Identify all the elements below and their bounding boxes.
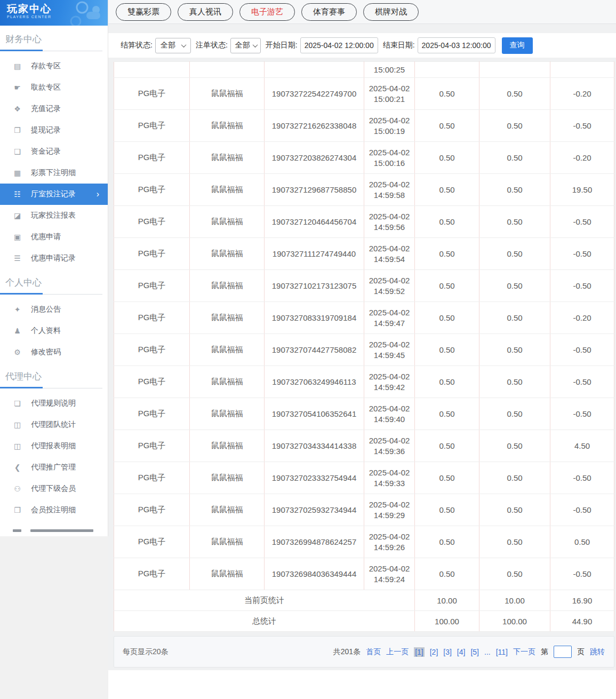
summary-winloss: 44.90 — [550, 611, 614, 632]
prev-page-link[interactable]: 上一页 — [386, 647, 409, 657]
sidebar-item-change-password[interactable]: ⚙修改密码 — [0, 341, 108, 363]
sidebar-item-promo-application-records[interactable]: ☰优惠申请记录 — [0, 248, 108, 269]
bet-date: 2025-04-02 — [364, 147, 414, 158]
bet-records-table: 15:00:25PG电子鼠鼠福福19073272254227497002025-… — [114, 61, 614, 632]
next-page-link[interactable]: 下一页 — [513, 647, 535, 657]
bet-clock: 14:59:58 — [364, 190, 414, 201]
sidebar-item-clipped[interactable] — [0, 529, 108, 536]
cell-bet-amount: 0.50 — [415, 174, 479, 206]
cell-valid-bet: 0.50 — [479, 430, 550, 462]
cell-win-loss: -0.20 — [550, 78, 614, 110]
sidebar-item-agent-promotion[interactable]: ❮代理推广管理 — [0, 457, 108, 478]
sidebar-item-agent-team-stats[interactable]: ◫代理团队统计 — [0, 414, 108, 435]
table-row: PG电子鼠鼠福福19073272038262743042025-04-0215:… — [114, 142, 614, 174]
bet-clock: 14:59:26 — [364, 542, 414, 553]
tab-电子游艺[interactable]: 电子游艺 — [239, 3, 295, 21]
cell-win-loss: -0.50 — [550, 462, 614, 494]
page-link-3[interactable]: [3] — [443, 648, 452, 656]
bet-date: 2025-04-02 — [364, 115, 414, 126]
start-date-input[interactable] — [300, 37, 378, 53]
logo: 玩家中心 PLAYERS CENTER — [0, 0, 108, 26]
cell-valid-bet: 0.50 — [479, 206, 550, 238]
sidebar-item-player-bet-report[interactable]: ◪玩家投注报表 — [0, 205, 108, 226]
page-link-11[interactable]: [11] — [496, 648, 508, 656]
cell-platform: PG电子 — [114, 526, 190, 558]
cell-bet-amount: 0.50 — [415, 462, 479, 494]
sidebar-item-funds-records[interactable]: ❑资金记录 — [0, 141, 108, 162]
cell-platform: PG电子 — [114, 398, 190, 430]
sidebar-item-withdraw-zone[interactable]: ☛取款专区 — [0, 77, 108, 98]
sidebar-item-hall-bet-records[interactable]: ☷厅室投注记录› — [0, 184, 108, 205]
cell-game-name: 鼠鼠福福 — [190, 526, 265, 558]
sidebar-item-announcements[interactable]: ✦消息公告 — [0, 299, 108, 320]
sidebar: 玩家中心 PLAYERS CENTER 财务中心▤存款专区☛取款专区❖充值记录❐… — [0, 0, 108, 699]
cell-order-no: 1907327034334414338 — [265, 430, 364, 462]
tab-体育赛事[interactable]: 体育赛事 — [301, 3, 357, 21]
sidebar-item-label: 优惠申请 — [31, 232, 61, 242]
tab-真人视讯[interactable]: 真人视讯 — [178, 3, 233, 21]
table-row: PG电子鼠鼠福福19073271112747494402025-04-0214:… — [114, 238, 614, 270]
cell-win-loss: 4.50 — [550, 430, 614, 462]
order-status-select[interactable]: 全部 — [230, 38, 261, 53]
sidebar-item-agent-report-details[interactable]: ◫代理报表明细 — [0, 435, 108, 457]
sidebar-item-profile[interactable]: ♟个人资料 — [0, 320, 108, 341]
hand-money-icon: ☛ — [13, 83, 22, 92]
sidebar-item-agent-rules[interactable]: ❏代理规则说明 — [0, 393, 108, 414]
cell-bet-time: 2025-04-0214:59:52 — [364, 270, 415, 302]
cell-platform — [114, 62, 190, 78]
cell-game-name: 鼠鼠福福 — [190, 366, 265, 398]
sidebar-item-label: 个人资料 — [31, 326, 61, 336]
bet-clock: 14:59:33 — [364, 478, 414, 489]
tab-棋牌对战[interactable]: 棋牌对战 — [363, 3, 419, 21]
sidebar-item-label: 厅室投注记录 — [31, 189, 76, 199]
cell-bet-amount: 0.50 — [415, 110, 479, 142]
sidebar-item-agent-sub-members[interactable]: ⚇代理下级会员 — [0, 478, 108, 499]
cell-bet-time: 2025-04-0214:59:29 — [364, 494, 415, 526]
cell-bet-time: 2025-04-0214:59:56 — [364, 206, 415, 238]
page-link-1[interactable]: [1] — [414, 647, 425, 657]
cell-order-no: 1907327083319709184 — [265, 302, 364, 334]
sidebar-item-member-bet-details[interactable]: ❒会员投注明细 — [0, 499, 108, 521]
news-icon: ◫ — [13, 442, 22, 450]
sidebar-item-deposit-zone[interactable]: ▤存款专区 — [0, 55, 108, 77]
cell-win-loss — [550, 62, 614, 78]
cell-win-loss: 19.50 — [550, 174, 614, 206]
sidebar-item-withdrawal-records[interactable]: ❐提现记录 — [0, 120, 108, 141]
sidebar-item-lottery-bet-details[interactable]: ▦彩票下注明细 — [0, 162, 108, 184]
sidebar-item-promo-application[interactable]: ▣优惠申请 — [0, 226, 108, 248]
settle-status-value: 全部 — [161, 41, 175, 50]
bet-date: 2025-04-02 — [364, 275, 414, 286]
end-date-input[interactable] — [418, 37, 495, 53]
cell-bet-time: 2025-04-0214:59:24 — [364, 558, 415, 590]
table-row-partial: 15:00:25 — [114, 62, 614, 78]
cell-bet-amount: 0.50 — [415, 398, 479, 430]
sidebar-item-label: 充值记录 — [31, 104, 61, 114]
jump-button[interactable]: 跳转 — [590, 647, 605, 657]
page-link-5[interactable]: [5] — [470, 648, 479, 656]
page-jump-input[interactable] — [554, 646, 572, 658]
cell-bet-time: 2025-04-0215:00:16 — [364, 142, 415, 174]
summary-label: 总统计 — [114, 611, 415, 632]
settle-status-select[interactable]: 全部 — [155, 38, 191, 53]
tab-雙赢彩票[interactable]: 雙赢彩票 — [116, 3, 171, 21]
cell-valid-bet: 0.50 — [479, 110, 550, 142]
cell-valid-bet: 0.50 — [479, 142, 550, 174]
bet-date: 2025-04-02 — [364, 307, 414, 318]
first-page-link[interactable]: 首页 — [366, 647, 381, 657]
sidebar-item-recharge-records[interactable]: ❖充值记录 — [0, 98, 108, 120]
chevron-down-icon — [181, 42, 186, 47]
bet-clock: 14:59:45 — [364, 350, 414, 361]
bet-clock: 15:00:19 — [364, 126, 414, 137]
cell-platform: PG电子 — [114, 110, 190, 142]
section-title: 个人中心 — [0, 269, 108, 293]
cell-order-no: 1907327074427758082 — [265, 334, 364, 366]
bet-date: 2025-04-02 — [364, 371, 414, 382]
card-icon: ▤ — [13, 62, 22, 70]
page-link-2[interactable]: [2] — [430, 648, 438, 656]
query-button[interactable]: 查询 — [502, 37, 533, 54]
page-link-4[interactable]: [4] — [457, 648, 466, 656]
cell-game-name: 鼠鼠福福 — [190, 302, 265, 334]
sidebar-item-label: 代理规则说明 — [31, 399, 76, 408]
table-row: PG电子鼠鼠福福19073270343344143382025-04-0214:… — [114, 430, 614, 462]
summary-row-current-page: 当前页统计10.0010.0016.90 — [114, 590, 614, 611]
